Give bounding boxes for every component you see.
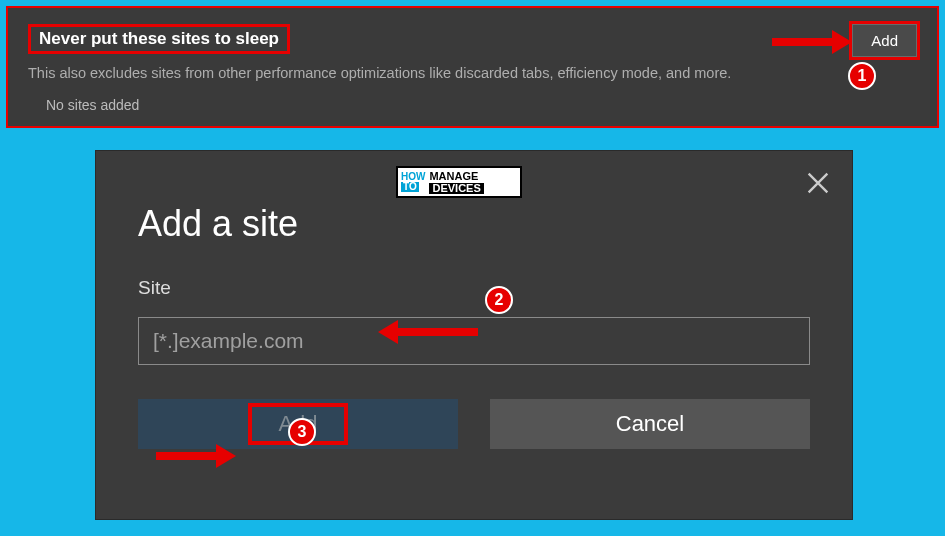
close-icon[interactable] — [804, 169, 832, 197]
annotation-badge-1: 1 — [848, 62, 876, 90]
how-to-manage-devices-logo: HOW TO MANAGE DEVICES — [396, 166, 522, 198]
site-input[interactable] — [138, 317, 810, 365]
never-sleep-panel: Never put these sites to sleep Add This … — [6, 6, 939, 128]
site-field-label: Site — [138, 277, 810, 299]
add-site-button[interactable]: Add — [852, 24, 917, 57]
empty-state-text: No sites added — [46, 97, 917, 113]
dialog-title: Add a site — [138, 203, 810, 245]
logo-devices: DEVICES — [429, 183, 483, 194]
annotation-badge-2: 2 — [485, 286, 513, 314]
never-sleep-title: Never put these sites to sleep — [28, 24, 290, 54]
dialog-cancel-button[interactable]: Cancel — [490, 399, 810, 449]
logo-to: TO — [401, 182, 419, 192]
logo-manage: MANAGE — [429, 171, 483, 182]
never-sleep-description: This also excludes sites from other perf… — [28, 65, 917, 81]
annotation-badge-3: 3 — [288, 418, 316, 446]
